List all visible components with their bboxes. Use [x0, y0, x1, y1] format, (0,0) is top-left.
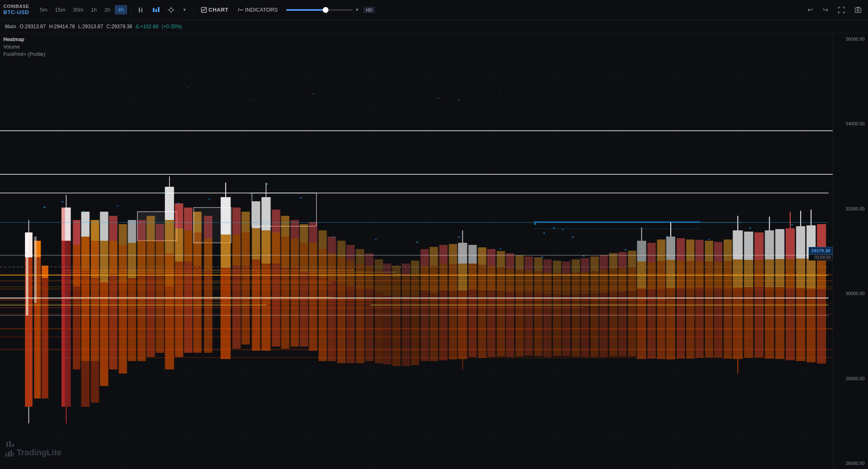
svg-rect-220 — [468, 289, 477, 357]
svg-rect-162 — [300, 224, 308, 243]
svg-rect-137 — [221, 268, 230, 359]
chart-button[interactable]: CHART — [197, 5, 233, 15]
svg-rect-234 — [515, 270, 524, 293]
svg-rect-117 — [165, 220, 174, 253]
svg-rect-345 — [61, 201, 64, 203]
svg-rect-274 — [618, 268, 627, 292]
svg-rect-147 — [252, 228, 260, 259]
svg-rect-202 — [421, 266, 429, 291]
svg-rect-171 — [328, 237, 336, 253]
timeframe-15m[interactable]: 15m — [51, 5, 69, 15]
timeframe-2h[interactable]: 2h — [101, 5, 113, 15]
current-price-tag: 29379.38 03:04:09 — [809, 247, 833, 261]
svg-rect-350 — [208, 198, 210, 200]
svg-rect-154 — [272, 232, 280, 264]
svg-rect-236 — [525, 256, 533, 271]
svg-rect-118 — [165, 253, 174, 286]
svg-point-9 — [169, 8, 173, 12]
svg-rect-109 — [137, 274, 146, 361]
timeframe-4h[interactable]: 4h — [115, 5, 127, 15]
svg-rect-267 — [600, 293, 608, 357]
svg-rect-163 — [300, 243, 308, 272]
indicators-button[interactable]: f INDICATORS — [233, 5, 282, 15]
svg-rect-238 — [525, 293, 533, 356]
dropdown-chart-icon[interactable]: ▼ — [179, 6, 190, 14]
svg-rect-353 — [300, 197, 302, 198]
opacity-slider-container: ▼ — [286, 7, 359, 12]
toolbar: COINBASE BTC-USD 5m 15m 30m 1h 2h 4h — [0, 0, 868, 20]
svg-rect-361 — [625, 249, 627, 250]
svg-rect-40 — [133, 98, 135, 98]
bar-chart-icon[interactable] — [149, 5, 163, 15]
undo-button[interactable]: ↩ — [804, 4, 816, 15]
heatmap-label: Heatmap — [3, 37, 45, 42]
svg-point-18 — [857, 9, 859, 11]
svg-rect-335 — [796, 288, 805, 361]
slider-dropdown-arrow[interactable]: ▼ — [355, 7, 359, 12]
svg-rect-379 — [12, 444, 14, 447]
svg-rect-382 — [10, 450, 12, 457]
price-32000: 32000.00 — [835, 206, 866, 211]
svg-rect-291 — [666, 288, 675, 359]
svg-rect-278 — [628, 291, 636, 357]
svg-rect-316 — [744, 232, 753, 260]
svg-rect-242 — [562, 229, 564, 230]
svg-rect-273 — [618, 252, 627, 268]
chart-main[interactable]: Heatmap Volume FootPrint+ (Profile) — [0, 33, 833, 469]
svg-rect-194 — [392, 298, 400, 366]
candlestick-icon[interactable] — [134, 5, 148, 15]
svg-rect-365 — [791, 224, 793, 225]
timeframe-1h[interactable]: 1h — [88, 5, 100, 15]
ohlc-high: H:29414.78 — [49, 24, 75, 29]
screenshot-button[interactable] — [851, 5, 865, 15]
svg-rect-141 — [232, 266, 240, 349]
svg-rect-189 — [383, 264, 391, 275]
svg-rect-309 — [723, 261, 732, 288]
svg-rect-158 — [281, 268, 289, 349]
ohlc-close: C:29379.38 — [106, 24, 132, 29]
svg-rect-279 — [637, 241, 646, 261]
svg-rect-92 — [91, 361, 99, 403]
svg-rect-331 — [786, 288, 795, 360]
svg-rect-377 — [6, 442, 8, 447]
svg-rect-338 — [807, 259, 816, 288]
fullscreen-button[interactable] — [835, 5, 848, 15]
svg-rect-227 — [497, 251, 505, 267]
svg-rect-225 — [487, 266, 495, 291]
svg-rect-295 — [677, 288, 685, 359]
svg-rect-134 — [204, 270, 212, 353]
svg-rect-343 — [817, 289, 826, 364]
svg-rect-175 — [337, 257, 346, 284]
svg-rect-349 — [177, 203, 179, 204]
svg-rect-302 — [705, 241, 713, 261]
svg-rect-116 — [165, 187, 174, 220]
svg-rect-326 — [775, 229, 785, 259]
opacity-slider[interactable] — [286, 9, 353, 11]
chart-wrapper: Heatmap Volume FootPrint+ (Profile) — [0, 33, 868, 469]
svg-rect-287 — [657, 261, 665, 288]
svg-rect-355 — [375, 239, 377, 240]
svg-rect-139 — [232, 208, 240, 234]
svg-rect-100 — [119, 245, 127, 282]
svg-rect-155 — [272, 264, 280, 347]
svg-rect-122 — [175, 228, 183, 261]
svg-rect-252 — [553, 294, 561, 356]
price-tag-time: 03:04:09 — [809, 254, 833, 261]
price-tag-value: 29379.38 — [809, 247, 833, 254]
crosshair-icon[interactable] — [164, 5, 178, 15]
timeframe-5m[interactable]: 5m — [37, 5, 51, 15]
svg-rect-330 — [786, 259, 795, 288]
svg-rect-293 — [677, 238, 685, 261]
svg-rect-329 — [786, 228, 795, 259]
svg-rect-310 — [723, 288, 732, 359]
svg-rect-168 — [319, 230, 327, 249]
svg-rect-208 — [439, 264, 448, 291]
svg-rect-362 — [666, 236, 668, 237]
svg-rect-88 — [81, 361, 89, 407]
redo-button[interactable]: ↪ — [819, 4, 831, 15]
svg-rect-342 — [817, 259, 826, 289]
svg-rect-7 — [155, 9, 157, 12]
timeframe-30m[interactable]: 30m — [69, 5, 86, 15]
footprint-label: FootPrint+ (Profile) — [3, 51, 45, 57]
svg-rect-263 — [591, 271, 599, 293]
